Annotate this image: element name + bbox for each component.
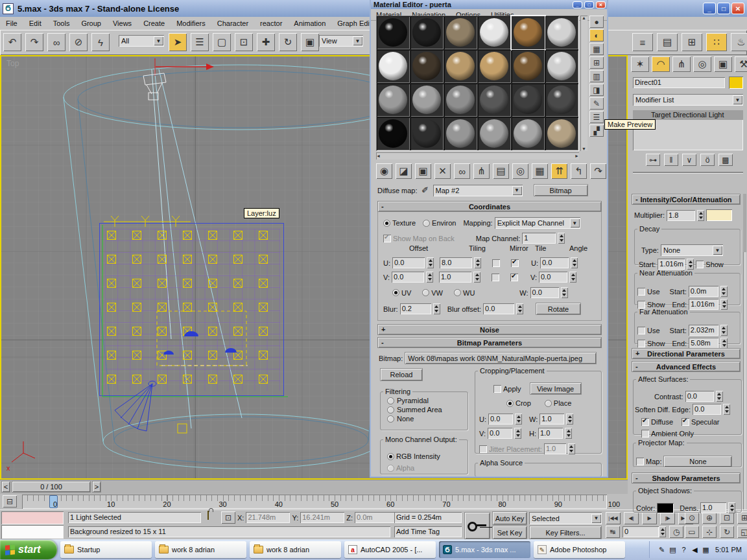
far-use-checkbox[interactable] [637, 327, 645, 334]
frame-spinner[interactable] [659, 526, 666, 537]
texture-radio[interactable] [383, 220, 390, 227]
bitmap-path-button[interactable]: Work 08\mapas work 08\NM_NaturalMaple-pu… [405, 352, 597, 364]
tab-utilities[interactable]: ⚒ [735, 56, 747, 72]
hide-icons-button[interactable]: ◀ [689, 544, 700, 555]
material-sample-slot[interactable] [410, 16, 444, 49]
zoom-region-icon[interactable]: ▭ [685, 526, 699, 538]
shadow-density-field[interactable]: 1.0 [700, 502, 726, 513]
min-max-toggle-icon[interactable]: ◱ [737, 526, 747, 538]
backlight-icon[interactable]: ◐ [589, 29, 604, 41]
ambient-only-checkbox[interactable] [641, 430, 649, 438]
diffuse-checkbox[interactable] [641, 418, 649, 426]
menu-item[interactable]: Tools [47, 18, 76, 29]
pan-icon[interactable]: ⊹ [702, 526, 717, 538]
make-unique-icon[interactable]: ⋔ [473, 163, 490, 179]
decay-start-field[interactable]: 1.016m [658, 259, 685, 270]
reset-map-icon[interactable]: ✕ [434, 163, 451, 179]
near-show-checkbox[interactable] [637, 301, 645, 309]
put-to-library-icon[interactable]: ▤ [493, 163, 509, 179]
key-mode-toggle-icon[interactable]: ↹ [606, 526, 620, 538]
environ-radio[interactable] [423, 220, 430, 227]
material-sample-slot[interactable] [410, 84, 444, 117]
zoom-extents-all-icon[interactable]: ⊞ [737, 511, 747, 524]
maxscript-listener-pink[interactable] [1, 511, 64, 524]
close-button[interactable]: ✕ [731, 3, 744, 14]
rollout-intensity[interactable]: -Intensity/Color/Attenuation [632, 194, 741, 205]
help-tray-icon[interactable]: ? [678, 544, 689, 555]
time-slider-prev-button[interactable]: < [1, 481, 10, 493]
jitter-field[interactable]: 1.0 [544, 443, 566, 454]
shadow-color-swatch[interactable] [657, 503, 674, 513]
restore-button[interactable]: □ [584, 1, 594, 8]
map-type-button[interactable]: Bitmap [534, 184, 588, 196]
sample-type-icon[interactable]: ● [589, 16, 604, 28]
menu-item[interactable]: Animation [288, 18, 331, 29]
specular-checkbox[interactable] [682, 418, 689, 426]
make-unique-stack-icon[interactable]: ∨ [682, 154, 696, 166]
v-mirror-checkbox[interactable] [492, 274, 499, 281]
material-sample-slot[interactable] [512, 84, 545, 117]
near-use-checkbox[interactable] [637, 288, 645, 296]
select-by-material-icon[interactable]: ☰ [589, 111, 604, 123]
map-channel-field[interactable]: 1 [522, 233, 556, 244]
time-slider-track[interactable]: < 0 / 100 > [0, 480, 628, 494]
material-sample-slot[interactable] [444, 84, 477, 117]
bind-to-space-warp-icon[interactable]: ϟ [91, 33, 110, 51]
material-sample-slot[interactable] [512, 16, 545, 49]
filtering-radio[interactable] [387, 397, 394, 404]
material-editor-options-icon[interactable]: ✎ [589, 97, 604, 110]
taskbar-button[interactable]: AutoCAD 2005 - [... [344, 541, 436, 558]
place-radio[interactable] [545, 400, 552, 407]
u-tiling-spinner[interactable] [474, 257, 481, 268]
network-tray-icon[interactable]: ▦ [700, 544, 711, 555]
tab-modify[interactable]: ◠ [652, 56, 670, 72]
configure-modifier-sets-icon[interactable]: ▩ [718, 154, 733, 166]
material-sample-slot[interactable] [377, 50, 410, 83]
get-material-icon[interactable]: ◉ [376, 163, 392, 179]
window-crossing-icon[interactable]: ⊡ [235, 33, 253, 51]
taskbar-button[interactable]: Startup [60, 541, 152, 558]
time-configuration-icon[interactable]: ◷ [669, 526, 683, 538]
panel-scrollbar-thumb[interactable] [743, 194, 746, 252]
rollout-advanced-effects[interactable]: -Advanced Effects [632, 361, 741, 372]
contrast-field[interactable]: 0.0 [685, 391, 714, 402]
rollout-directional-parameters[interactable]: +Directional Parameters [632, 348, 741, 359]
show-map-in-viewport-icon[interactable]: ▦ [532, 163, 548, 179]
layer-manager-icon[interactable]: ≡ [632, 33, 653, 51]
decay-start-spinner[interactable] [687, 259, 694, 270]
crop-v-field[interactable]: 0.0 [488, 428, 512, 439]
y-coordinate-field[interactable]: 16.241m [300, 512, 344, 523]
material-sample-slot[interactable] [545, 50, 578, 83]
pen-tray-icon[interactable]: ✎ [656, 544, 667, 555]
blur-offset-field[interactable]: 0.0 [483, 303, 514, 314]
arc-rotate-icon[interactable]: ↻ [720, 526, 734, 538]
select-and-scale-icon[interactable]: ▣ [301, 33, 319, 51]
decay-show-checkbox[interactable] [696, 261, 704, 268]
decay-type-dropdown[interactable]: None ▼ [661, 244, 723, 256]
text-service-tray-icon[interactable]: ▤ [667, 544, 678, 555]
material-sample-slot[interactable] [545, 84, 578, 117]
filtering-radio[interactable] [387, 406, 394, 414]
curve-editor-icon[interactable]: ▤ [657, 33, 678, 51]
menu-item[interactable]: Create [137, 18, 171, 29]
jitter-spinner[interactable] [568, 443, 575, 454]
v-tile-checkbox[interactable] [510, 274, 518, 281]
map-channel-spinner[interactable] [558, 233, 565, 244]
material-id-channel-icon[interactable]: ◎ [512, 163, 528, 179]
jitter-checkbox[interactable] [479, 445, 487, 453]
apply-checkbox[interactable] [493, 385, 501, 393]
stack-item-selected[interactable]: Target Directional Light [633, 110, 743, 120]
u-tile-checkbox[interactable] [511, 259, 519, 267]
material-sample-slot[interactable] [444, 50, 477, 83]
u-offset-field[interactable]: 0.0 [392, 257, 425, 268]
projector-map-checkbox[interactable] [636, 458, 644, 465]
material-sample-slot[interactable] [512, 50, 545, 83]
v-tiling-spinner[interactable] [473, 272, 480, 283]
select-object-icon[interactable]: ➤ [169, 33, 187, 51]
material-sample-slot[interactable] [478, 117, 511, 150]
select-by-name-icon[interactable]: ☰ [191, 33, 209, 51]
go-to-parent-icon[interactable]: ↰ [571, 163, 587, 179]
v-angle-spinner[interactable] [569, 272, 576, 283]
add-time-tag[interactable]: Add Time Tag [394, 526, 462, 537]
crop-h-field[interactable]: 1.0 [538, 428, 563, 439]
